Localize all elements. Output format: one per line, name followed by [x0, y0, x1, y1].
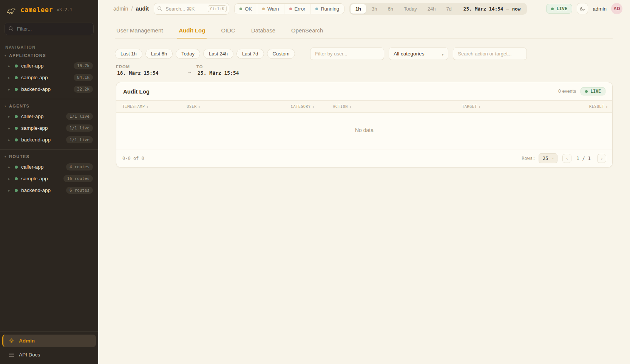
time-range-6h[interactable]: 6h	[383, 4, 398, 14]
section-header-applications[interactable]: ▾ APPLICATIONS	[0, 49, 98, 60]
status-dot	[15, 127, 18, 130]
quick-range-last-6h[interactable]: Last 6h	[145, 49, 173, 59]
category-select[interactable]: All categories ▾	[389, 48, 448, 60]
column-header-result[interactable]: RESULT ↕	[589, 104, 608, 109]
time-range-24h[interactable]: 24h	[423, 4, 441, 14]
collapse-caret-icon: ▾	[5, 155, 6, 158]
sidebar-item-api-docs[interactable]: API Docs	[0, 349, 98, 361]
action-target-search-input[interactable]	[453, 48, 527, 60]
sidebar-filter-input[interactable]	[5, 23, 94, 35]
audit-log-card: Audit Log 0 events LIVE TIMESTAMP ↕ USER…	[116, 82, 613, 167]
section-header-agents[interactable]: ▾ AGENTS	[0, 100, 98, 111]
navigation-caption: NAVIGATION	[0, 45, 98, 49]
section-header-routes[interactable]: ▾ ROUTES	[0, 151, 98, 161]
breadcrumb-parent[interactable]: admin	[113, 6, 128, 12]
item-label: sample-app	[21, 75, 48, 80]
tab-database[interactable]: Database	[250, 23, 277, 38]
time-range-1h[interactable]: 1h	[351, 4, 366, 14]
sidebar-item-agent-backend-app[interactable]: ▸ backend-app 1/1 live	[0, 134, 98, 146]
breadcrumb: admin / audit	[113, 6, 149, 12]
quick-range-last-24h[interactable]: Last 24h	[203, 49, 233, 59]
app-version: v3.2.1	[57, 7, 73, 12]
section-label: APPLICATIONS	[9, 53, 46, 58]
sidebar-item-admin[interactable]: Admin	[2, 335, 96, 347]
sidebar-item-route-sample-app[interactable]: ▸ sample-app 16 routes	[0, 173, 98, 184]
quick-range-custom[interactable]: Custom	[267, 49, 295, 59]
error-dot-icon	[289, 8, 292, 10]
status-dot	[15, 138, 18, 141]
quick-range-today[interactable]: Today	[176, 49, 200, 59]
range-summary: 0-0 of 0	[122, 156, 144, 161]
live-label: LIVE	[556, 6, 567, 11]
from-block: FROM 18. März 15:54	[116, 65, 187, 76]
tab-oidc[interactable]: OIDC	[219, 23, 237, 38]
section-label: AGENTS	[9, 104, 29, 108]
sidebar-filter	[5, 23, 94, 35]
sidebar-item-app-sample-app[interactable]: ▸ sample-app 84.1k	[0, 72, 98, 83]
from-to-range: FROM 18. März 15:54 → TO 25. März 15:54	[116, 65, 613, 76]
status-filter-group: OK Warn Error Running	[234, 3, 344, 14]
next-page-button[interactable]: ›	[597, 154, 606, 163]
status-filter-warn[interactable]: Warn	[257, 4, 284, 14]
sidebar-section-routes: ▾ ROUTES ▸ caller-app 4 routes ▸ sample-…	[0, 151, 98, 196]
to-value[interactable]: 25. März 15:54	[196, 70, 267, 76]
rows-per-page-select[interactable]: 25 ▾	[539, 153, 557, 163]
status-filter-ok[interactable]: OK	[235, 4, 257, 14]
live-toggle[interactable]: LIVE	[546, 4, 572, 14]
live-badge[interactable]: LIVE	[581, 87, 605, 95]
live-label: LIVE	[590, 89, 601, 94]
arrow-right-icon: →	[187, 69, 192, 76]
from-label: FROM	[116, 65, 187, 69]
count-badge: 32.2k	[74, 86, 93, 93]
sidebar-item-app-caller-app[interactable]: ▸ caller-app 10.7k	[0, 60, 98, 72]
time-display: 25. März 14:54 – now	[457, 6, 526, 12]
column-label: TIMESTAMP	[122, 104, 145, 109]
admin-tabs: User Management Audit Log OIDC Database …	[115, 23, 613, 38]
chevron-right-icon: ▸	[8, 126, 11, 130]
column-header-target[interactable]: TARGET ↕	[462, 104, 589, 109]
time-range-7d[interactable]: 7d	[441, 4, 456, 14]
audit-filters-row: Last 1h Last 6h Today Last 24h Last 7d C…	[115, 48, 613, 60]
from-value[interactable]: 18. März 15:54	[116, 70, 187, 76]
divider	[0, 99, 98, 99]
api-docs-label: API Docs	[19, 352, 40, 358]
sidebar-item-agent-caller-app[interactable]: ▸ caller-app 1/1 live	[0, 111, 98, 122]
sidebar-item-app-backend-app[interactable]: ▸ backend-app 32.2k	[0, 83, 98, 95]
tab-audit-log[interactable]: Audit Log	[177, 23, 207, 38]
column-header-user[interactable]: USER ↕	[187, 104, 290, 109]
time-range-3h[interactable]: 3h	[367, 4, 382, 14]
to-block: TO 25. März 15:54	[196, 65, 267, 76]
global-search: Ctrl+K	[154, 3, 229, 15]
sort-icon: ↕	[312, 105, 315, 109]
category-select-value: All categories	[394, 51, 424, 57]
status-filter-running[interactable]: Running	[310, 4, 344, 14]
tab-user-management[interactable]: User Management	[115, 23, 164, 38]
time-range-group: 1h 3h 6h Today 24h 7d 25. März 14:54 – n…	[349, 3, 527, 15]
warn-dot-icon	[262, 8, 265, 10]
gear-icon	[9, 338, 14, 344]
column-header-timestamp[interactable]: TIMESTAMP ↕	[122, 104, 187, 109]
sidebar-item-route-caller-app[interactable]: ▸ caller-app 4 routes	[0, 161, 98, 173]
column-header-category[interactable]: CATEGORY ↕	[291, 104, 333, 109]
quick-range-last-7d[interactable]: Last 7d	[236, 49, 264, 59]
theme-toggle-button[interactable]	[577, 3, 588, 14]
breadcrumb-separator: /	[131, 6, 133, 12]
status-dot	[15, 115, 18, 118]
sidebar-item-route-backend-app[interactable]: ▸ backend-app 6 routes	[0, 184, 98, 196]
chevron-right-icon: ▸	[8, 189, 11, 192]
app-logo[interactable]: cameleer v3.2.1	[0, 0, 98, 19]
avatar[interactable]: AD	[611, 3, 622, 14]
collapse-caret-icon: ▾	[5, 54, 6, 57]
filter-by-user-input[interactable]	[310, 48, 384, 60]
live-dot-icon	[585, 90, 588, 93]
item-label: backend-app	[21, 187, 51, 193]
sidebar-item-agent-sample-app[interactable]: ▸ sample-app 1/1 live	[0, 122, 98, 134]
search-icon	[157, 6, 162, 11]
time-range-today[interactable]: Today	[399, 4, 422, 14]
tab-opensearch[interactable]: OpenSearch	[290, 23, 324, 38]
quick-range-last-1h[interactable]: Last 1h	[115, 49, 142, 59]
status-filter-error[interactable]: Error	[284, 4, 310, 14]
column-header-action[interactable]: ACTION ↕	[333, 104, 462, 109]
previous-page-button[interactable]: ‹	[562, 154, 571, 163]
chevron-down-icon: ▾	[552, 157, 554, 160]
